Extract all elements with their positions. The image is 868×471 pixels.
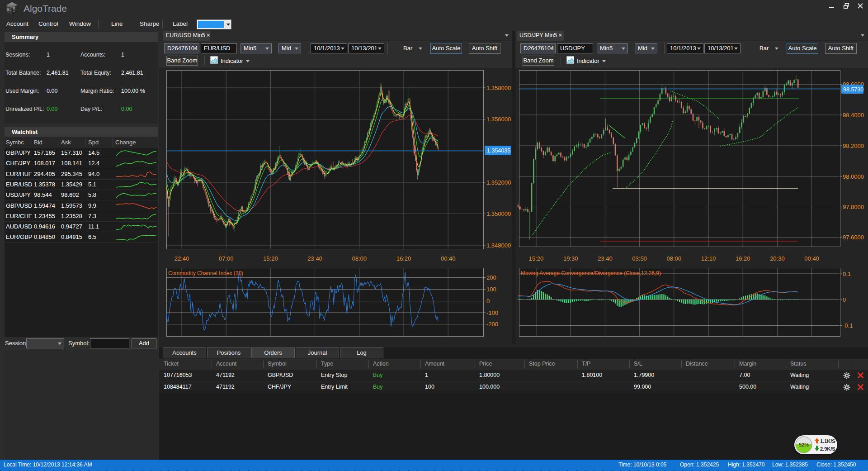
svg-text:100: 100 <box>486 286 496 293</box>
svg-text:1.348000: 1.348000 <box>486 242 511 249</box>
svg-text:16:20: 16:20 <box>736 255 750 262</box>
svg-text:200: 200 <box>486 274 496 281</box>
svg-text:Commodity Channel Index (20): Commodity Channel Index (20) <box>168 270 243 276</box>
svg-text:08:00: 08:00 <box>667 255 682 262</box>
svg-text:0: 0 <box>843 296 846 303</box>
svg-text:20:30: 20:30 <box>770 255 785 262</box>
svg-text:97.8000: 97.8000 <box>843 204 864 210</box>
svg-text:12:10: 12:10 <box>701 255 716 262</box>
svg-text:00:40: 00:40 <box>441 255 456 262</box>
svg-text:16:20: 16:20 <box>396 255 411 262</box>
svg-text:08:00: 08:00 <box>352 255 367 262</box>
svg-text:98.2000: 98.2000 <box>843 143 864 149</box>
svg-text:0.1: 0.1 <box>843 271 851 277</box>
svg-text:22:40: 22:40 <box>175 255 189 262</box>
svg-text:07:00: 07:00 <box>219 255 234 262</box>
svg-text:1.354035: 1.354035 <box>487 147 510 154</box>
svg-text:52%: 52% <box>799 442 809 447</box>
svg-text:00:40: 00:40 <box>804 255 819 262</box>
svg-text:03:50: 03:50 <box>632 255 647 262</box>
svg-text:1.358000: 1.358000 <box>486 85 511 91</box>
svg-text:15:20: 15:20 <box>263 255 278 262</box>
svg-text:1.356000: 1.356000 <box>486 116 511 123</box>
svg-text:98.0000: 98.0000 <box>843 173 864 180</box>
svg-text:1.352000: 1.352000 <box>486 179 511 186</box>
svg-text:23:40: 23:40 <box>598 255 613 262</box>
svg-text:23:40: 23:40 <box>307 255 322 262</box>
svg-text:0: 0 <box>486 298 490 304</box>
svg-text:98.4000: 98.4000 <box>843 112 864 119</box>
svg-text:-0.1: -0.1 <box>843 322 853 329</box>
svg-text:1.350000: 1.350000 <box>486 210 511 217</box>
svg-text:19:30: 19:30 <box>563 255 578 262</box>
svg-text:-200: -200 <box>486 321 498 328</box>
svg-text:15:20: 15:20 <box>529 255 544 262</box>
svg-text:97.6000: 97.6000 <box>843 234 864 241</box>
svg-text:-100: -100 <box>486 309 498 316</box>
svg-text:98.5730: 98.5730 <box>843 86 863 93</box>
